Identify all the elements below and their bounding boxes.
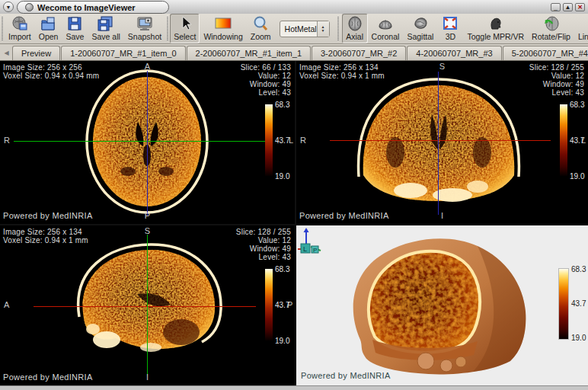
open-button[interactable]: Open bbox=[35, 14, 62, 43]
window-bottom-edge bbox=[0, 385, 588, 390]
save-all-button[interactable]: Save all bbox=[88, 14, 123, 43]
sagittal-powered-by: Powered by MedINRIA bbox=[3, 372, 93, 382]
axial-view-button[interactable]: Axial bbox=[342, 14, 368, 43]
lut-spinner-icon[interactable]: ▲▼ bbox=[317, 21, 329, 37]
toggle-mpr-vr-button[interactable]: Toggle MPR/VR bbox=[463, 14, 528, 43]
sagittal-colorbar bbox=[265, 269, 273, 340]
coronal-orientation-superior: S bbox=[439, 62, 445, 71]
coronal-view-button[interactable]: Coronal bbox=[368, 14, 404, 43]
coronal-viewport[interactable]: Image Size: 256 x 134 Voxel Size: 0.94 x… bbox=[296, 61, 588, 224]
coronal-vertical-crosshair[interactable] bbox=[438, 72, 439, 215]
sagittal-orientation-inferior: I bbox=[146, 372, 149, 382]
coronal-colorbar-max: 68.3 bbox=[570, 101, 584, 109]
sagittal-horizontal-crosshair[interactable] bbox=[34, 306, 256, 307]
title-tab[interactable]: Wecome to ImageViewer bbox=[17, 1, 169, 14]
lut-selector[interactable]: HotMetal ▲▼ bbox=[280, 21, 330, 37]
view-3d-button[interactable]: 3D bbox=[437, 14, 463, 43]
toolbar-handle[interactable] bbox=[2, 17, 3, 40]
sagittal-view-button[interactable]: Sagittal bbox=[403, 14, 437, 43]
axial-label: Axial bbox=[346, 32, 363, 41]
app-icon bbox=[25, 3, 34, 11]
toolbar-handle[interactable] bbox=[337, 17, 339, 40]
save-all-icon bbox=[97, 16, 115, 31]
import-icon bbox=[11, 16, 29, 31]
viewer-grid: Image Size: 256 x 256 Voxel Size: 0.94 x… bbox=[0, 61, 588, 385]
axial-viewport[interactable]: Image Size: 256 x 256 Voxel Size: 0.94 x… bbox=[0, 61, 295, 224]
volume-colorbar bbox=[558, 268, 569, 340]
zoom-button[interactable]: Zoom bbox=[247, 14, 275, 43]
axial-colorbar-mid: 43.7 bbox=[275, 136, 289, 145]
rotate-flip-label: Rotate/Flip bbox=[532, 32, 570, 41]
zoom-label: Zoom bbox=[251, 32, 271, 41]
windowing-gradient-icon bbox=[214, 16, 232, 31]
axial-orientation-right: R bbox=[4, 136, 10, 145]
tab-series-1[interactable]: 1-20060707_MR_#1_item_0 bbox=[61, 46, 185, 60]
snapshot-label: Snapshot bbox=[128, 32, 161, 41]
orientation-axes-icon: L P bbox=[296, 225, 327, 257]
axial-orientation-posterior: P bbox=[145, 211, 150, 220]
title-bar[interactable]: ▼ Wecome to ImageViewer _ ▲ ✕ bbox=[0, 0, 588, 14]
snapshot-button[interactable]: Snapshot bbox=[124, 14, 165, 43]
toggle-mpr-vr-label: Toggle MPR/VR bbox=[467, 32, 524, 41]
windowing-label: Windowing bbox=[203, 32, 242, 41]
tab-series-5[interactable]: 5-20060707_MR_#4 bbox=[503, 46, 588, 60]
tab-series-4[interactable]: 4-20060707_MR_#3 bbox=[407, 46, 501, 60]
save-label: Save bbox=[66, 32, 84, 41]
axial-powered-by: Powered by MedINRIA bbox=[3, 211, 93, 220]
toggle-mpr-vr-head-icon bbox=[487, 16, 505, 31]
tab-series-3[interactable]: 3-20060707_MR_#2 bbox=[312, 46, 406, 60]
import-label: Import bbox=[8, 32, 31, 41]
sagittal-orientation-anterior: A bbox=[4, 300, 9, 309]
shade-button[interactable]: ▲ bbox=[563, 3, 573, 11]
toolbar-handle[interactable] bbox=[167, 17, 168, 40]
coronal-horizontal-crosshair[interactable] bbox=[330, 140, 551, 141]
sagittal-colorbar-mid: 43.7 bbox=[275, 301, 289, 309]
select-button[interactable]: Select bbox=[170, 14, 200, 43]
rotate-flip-icon bbox=[542, 16, 561, 31]
save-all-label: Save all bbox=[91, 32, 120, 41]
coronal-label: Coronal bbox=[372, 32, 400, 41]
tab-preview[interactable]: Preview bbox=[12, 46, 60, 60]
select-label: Select bbox=[174, 32, 196, 41]
tab-series-2[interactable]: 2-20060707_MR_#1_item_1 bbox=[187, 46, 311, 60]
coronal-orientation-right: R bbox=[300, 136, 306, 145]
lut-selected-value: HotMetal bbox=[285, 24, 317, 34]
link-unlink-button[interactable]: Link/Unlink bbox=[574, 14, 588, 43]
svg-text:P: P bbox=[313, 247, 317, 254]
coronal-colorbar-min: 19.0 bbox=[570, 172, 584, 181]
volume-3d-viewport[interactable]: L P 68.3 43.7 19.0 Powered by MedINRIA bbox=[296, 225, 588, 385]
minimize-button[interactable]: _ bbox=[551, 3, 561, 11]
imageviewer-window: ▼ Wecome to ImageViewer _ ▲ ✕ Import Ope… bbox=[0, 0, 588, 390]
toolbar: Import Open Save Save all Snapshot bbox=[0, 14, 588, 44]
axial-horizontal-crosshair[interactable] bbox=[14, 141, 265, 142]
save-button[interactable]: Save bbox=[62, 14, 88, 43]
sagittal-colorbar-min: 19.0 bbox=[275, 337, 289, 345]
sagittal-colorbar-max: 68.3 bbox=[275, 265, 289, 273]
windowing-button[interactable]: Windowing bbox=[200, 14, 246, 43]
volume-3d-render bbox=[296, 225, 588, 385]
sagittal-brain-icon bbox=[411, 16, 430, 31]
close-button[interactable]: ✕ bbox=[575, 3, 585, 11]
window-menu-button[interactable]: ▼ bbox=[3, 2, 14, 12]
coronal-colorbar bbox=[560, 104, 567, 176]
open-label: Open bbox=[39, 32, 59, 41]
sagittal-vertical-crosshair[interactable] bbox=[147, 235, 148, 376]
axial-brain-icon bbox=[346, 16, 364, 31]
axial-colorbar-min: 19.0 bbox=[275, 172, 289, 181]
axial-colorbar bbox=[265, 104, 273, 176]
select-cursor-icon bbox=[176, 16, 194, 31]
sagittal-image-info: Image Size: 256 x 134 Voxel Size: 0.94 x… bbox=[3, 228, 88, 245]
axial-vertical-crosshair[interactable] bbox=[147, 71, 148, 216]
axial-colorbar-max: 68.3 bbox=[275, 101, 289, 109]
tab-scroll-left-icon[interactable]: ◀ bbox=[2, 46, 11, 60]
svg-text:L: L bbox=[303, 245, 307, 253]
volume-colorbar-mid: 43.7 bbox=[571, 299, 586, 308]
sagittal-orientation-superior: S bbox=[145, 226, 150, 235]
rotate-flip-button[interactable]: Rotate/Flip bbox=[528, 14, 574, 43]
coronal-brain-icon bbox=[376, 16, 395, 31]
import-button[interactable]: Import bbox=[5, 14, 35, 43]
sagittal-viewport[interactable]: Image Size: 256 x 134 Voxel Size: 0.94 x… bbox=[0, 225, 295, 385]
sagittal-slice-info: Slice: 128 / 255 Value: 12 Window: 49 Le… bbox=[236, 228, 291, 261]
coronal-colorbar-mid: 43.7 bbox=[570, 136, 584, 145]
open-folder-icon bbox=[40, 16, 58, 31]
